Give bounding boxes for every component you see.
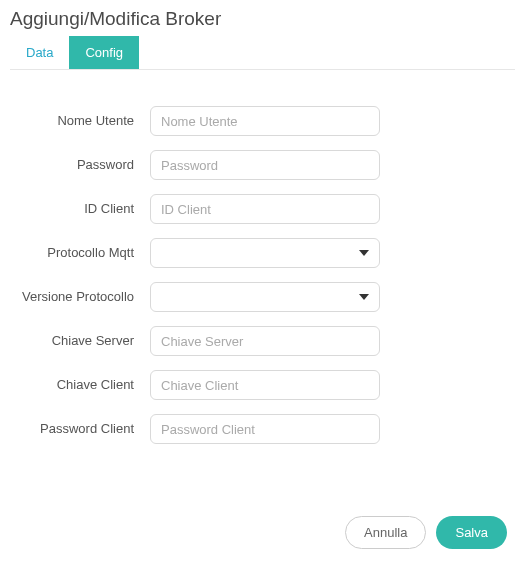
- input-password-client[interactable]: [150, 414, 380, 444]
- cancel-button[interactable]: Annulla: [345, 516, 426, 549]
- row-password: Password: [20, 150, 505, 180]
- label-chiave-server: Chiave Server: [20, 326, 150, 350]
- tab-config[interactable]: Config: [69, 36, 139, 69]
- label-protocollo-mqtt: Protocollo Mqtt: [20, 238, 150, 262]
- label-nome-utente: Nome Utente: [20, 106, 150, 130]
- row-chiave-client: Chiave Client: [20, 370, 505, 400]
- row-password-client: Password Client: [20, 414, 505, 444]
- label-password: Password: [20, 150, 150, 174]
- label-password-client: Password Client: [20, 414, 150, 438]
- header: Aggiungi/Modifica Broker Data Config: [0, 0, 525, 70]
- row-chiave-server: Chiave Server: [20, 326, 505, 356]
- input-nome-utente[interactable]: [150, 106, 380, 136]
- label-id-client: ID Client: [20, 194, 150, 218]
- select-versione-protocollo[interactable]: [150, 282, 380, 312]
- label-versione-protocollo: Versione Protocollo: [20, 282, 150, 306]
- input-password[interactable]: [150, 150, 380, 180]
- input-chiave-client[interactable]: [150, 370, 380, 400]
- footer-actions: Annulla Salva: [345, 516, 507, 549]
- input-chiave-server[interactable]: [150, 326, 380, 356]
- input-id-client[interactable]: [150, 194, 380, 224]
- label-chiave-client: Chiave Client: [20, 370, 150, 394]
- row-versione-protocollo: Versione Protocollo: [20, 282, 505, 312]
- tab-data[interactable]: Data: [10, 36, 69, 69]
- save-button[interactable]: Salva: [436, 516, 507, 549]
- row-nome-utente: Nome Utente: [20, 106, 505, 136]
- row-protocollo-mqtt: Protocollo Mqtt: [20, 238, 505, 268]
- row-id-client: ID Client: [20, 194, 505, 224]
- select-protocollo-mqtt[interactable]: [150, 238, 380, 268]
- config-form: Nome Utente Password ID Client Protocoll…: [0, 70, 525, 468]
- page-title: Aggiungi/Modifica Broker: [10, 8, 515, 30]
- tabs: Data Config: [10, 36, 515, 70]
